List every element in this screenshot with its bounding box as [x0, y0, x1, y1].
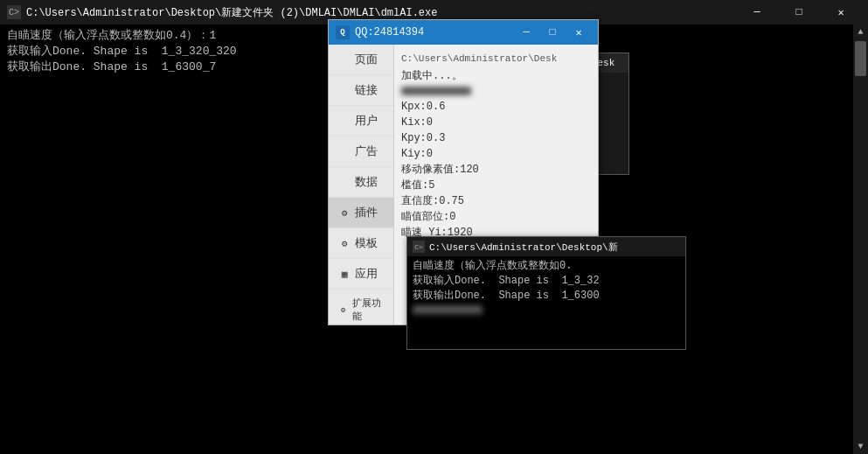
- sidebar-item-link[interactable]: 链接: [329, 75, 393, 106]
- sidebar-item-ad[interactable]: 广告: [329, 136, 393, 167]
- sidebar-item-extend[interactable]: ⚙ 扩展功能: [329, 290, 393, 325]
- scroll-up-arrow[interactable]: ▲: [855, 24, 865, 39]
- sidebar-label-link: 链接: [355, 82, 378, 98]
- sidebar-item-app[interactable]: ▦ 应用: [329, 259, 393, 290]
- qq-title: QQ:24814394: [355, 26, 514, 38]
- sidebar-label-template: 模板: [355, 235, 378, 251]
- close-button[interactable]: ✕: [821, 0, 861, 24]
- scroll-down-arrow[interactable]: ▼: [855, 439, 865, 454]
- loading-text: 加载中...。: [401, 70, 462, 82]
- extend-icon: ⚙: [337, 305, 349, 315]
- qq-close-button[interactable]: ✕: [566, 24, 591, 41]
- sub-cmd-line-3: 获取输出Done. Shape is 1_6300: [413, 289, 680, 304]
- maximize-button[interactable]: □: [779, 0, 819, 24]
- qq-titlebar: Q QQ:24814394 — □ ✕: [329, 20, 598, 45]
- main-scrollbar[interactable]: ▲ ▼: [853, 24, 868, 454]
- sidebar-label-data: 数据: [355, 174, 378, 190]
- cmd-icon: C>: [7, 5, 21, 19]
- sidebar-label-ad: 广告: [355, 143, 378, 159]
- template-icon: ⚙: [337, 238, 351, 249]
- minimize-button[interactable]: —: [737, 0, 777, 24]
- sub-blurred-area: [413, 305, 483, 314]
- sub-cmd-icon: C>: [413, 241, 425, 253]
- sidebar-label-page: 页面: [355, 52, 378, 67]
- sidebar-item-user[interactable]: 用户: [329, 106, 393, 136]
- sidebar-item-plugin[interactable]: ⚙ 插件: [329, 198, 393, 228]
- sidebar-label-user: 用户: [355, 113, 378, 129]
- qq-icon: Q: [336, 25, 350, 39]
- qq-content-line-title: C:\Users\Administrator\Desk: [401, 52, 591, 66]
- qq-minimize-button[interactable]: —: [514, 24, 538, 41]
- main-cmd-title: C:\Users\Administrator\Desktop\新建文件夹 (2)…: [26, 5, 737, 20]
- sidebar-label-plugin: 插件: [355, 205, 378, 220]
- sidebar-item-page[interactable]: 页面: [329, 45, 393, 75]
- qq-kpx: Kpx:0.6: [401, 99, 591, 115]
- sidebar-item-data[interactable]: 数据: [329, 167, 393, 198]
- progress-bar: [401, 87, 471, 95]
- app-icon: ▦: [337, 269, 351, 280]
- qq-kiy: Kiy:0: [401, 146, 591, 162]
- qq-move-px: 移动像素值:120: [401, 162, 591, 178]
- sub-cmd-line-2: 获取输入Done. Shape is 1_3_32: [413, 274, 680, 289]
- sub-cmd-line-1: 自瞄速度（输入浮点数或整数如0.: [413, 259, 680, 274]
- sub-cmd-titlebar: C> C:\Users\Administrator\Desktop\新: [407, 237, 685, 256]
- qq-window-controls: — □ ✕: [514, 24, 591, 41]
- qq-sidebar: 页面 链接 用户 广告 数据 ⚙ 插件 ⚙: [329, 45, 394, 325]
- qq-threshold: 槛值:5: [401, 178, 591, 193]
- sidebar-item-template[interactable]: ⚙ 模板: [329, 228, 393, 259]
- plugin-icon: ⚙: [337, 207, 351, 219]
- scrollbar-thumb[interactable]: [855, 41, 866, 76]
- main-cmd-window-controls: — □ ✕: [737, 0, 861, 24]
- sidebar-label-app: 应用: [355, 266, 378, 282]
- qq-kpy: Kpy:0.3: [401, 130, 591, 146]
- sub-cmd-title: C:\Users\Administrator\Desktop\新: [429, 241, 618, 254]
- qq-maximize-button[interactable]: □: [540, 24, 565, 41]
- sub-cmd-content: 自瞄速度（输入浮点数或整数如0. 获取输入Done. Shape is 1_3_…: [407, 256, 685, 349]
- qq-kix: Kix:0: [401, 115, 591, 130]
- sub-cmd-window: C> C:\Users\Administrator\Desktop\新 自瞄速度…: [406, 236, 686, 350]
- qq-confidence: 直信度:0.75: [401, 193, 591, 209]
- sidebar-label-extend: 扩展功能: [352, 297, 385, 323]
- qq-aim-part: 瞄值部位:0: [401, 209, 591, 225]
